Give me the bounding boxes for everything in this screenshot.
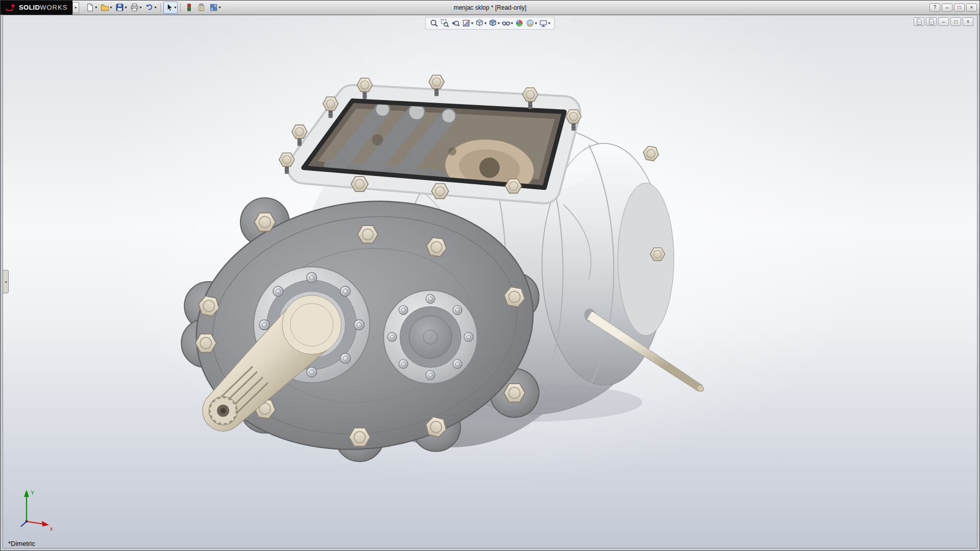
section-view-icon bbox=[462, 19, 471, 28]
section-view-button[interactable]: ▾ bbox=[461, 18, 474, 28]
document-restore-button[interactable]: □ bbox=[950, 17, 961, 26]
undo-button[interactable]: ▾ bbox=[143, 2, 158, 14]
view-settings-button[interactable]: ▾ bbox=[538, 18, 551, 28]
window-title: menjac sklop * [Read-only] bbox=[454, 4, 527, 11]
open-folder-icon bbox=[101, 3, 109, 12]
toolbar-separator bbox=[160, 3, 161, 12]
zoom-to-area-button[interactable] bbox=[440, 18, 450, 28]
red-green-stack-icon bbox=[185, 3, 193, 12]
view-settings-icon bbox=[539, 19, 548, 28]
save-button[interactable]: ▾ bbox=[114, 2, 128, 14]
document-window-controls: – □ × bbox=[914, 17, 973, 26]
select-arrow-icon bbox=[165, 3, 174, 12]
brand-text: SOLIDWORKS bbox=[19, 4, 67, 11]
window-controls: ? – □ × bbox=[929, 4, 979, 12]
menu-expand-button[interactable]: ▸ bbox=[72, 2, 79, 13]
gearbox-model[interactable] bbox=[3, 15, 977, 548]
edit-appearance-button[interactable] bbox=[514, 18, 524, 28]
print-button[interactable]: ▾ bbox=[129, 2, 143, 14]
triad-y-label: Y bbox=[31, 490, 35, 496]
solidworks-window: SOLIDWORKS ▸ ▾ ▾ ▾ bbox=[0, 0, 980, 551]
toolbar-separator bbox=[180, 3, 181, 12]
print-icon bbox=[130, 3, 139, 12]
display-style-button[interactable]: ▾ bbox=[488, 18, 500, 28]
close-button[interactable]: × bbox=[966, 4, 977, 12]
zoom-to-area-icon bbox=[440, 19, 449, 28]
view-orientation-label: *Dimetric bbox=[8, 540, 35, 547]
orientation-triad: Y x bbox=[10, 484, 57, 535]
edit-appearance-icon bbox=[515, 19, 524, 28]
save-icon bbox=[115, 3, 124, 12]
minimize-button[interactable]: – bbox=[942, 4, 952, 12]
clipboard-icon bbox=[197, 3, 206, 12]
options-button[interactable]: ▾ bbox=[208, 2, 222, 14]
new-document-button[interactable]: ▾ bbox=[84, 2, 99, 14]
view-orientation-button[interactable]: ▾ bbox=[475, 18, 487, 28]
zoom-to-fit-button[interactable] bbox=[429, 18, 439, 28]
pane-right-button[interactable] bbox=[926, 17, 937, 26]
document-minimize-button[interactable]: – bbox=[938, 17, 949, 26]
pane-left-button[interactable] bbox=[914, 17, 924, 26]
ds-logo-icon bbox=[5, 4, 16, 12]
hide-show-items-button[interactable]: ▾ bbox=[501, 18, 513, 28]
output-boss[interactable] bbox=[383, 290, 477, 384]
triad-x-label: x bbox=[50, 525, 53, 532]
hide-show-items-icon bbox=[502, 19, 510, 28]
select-tool-button[interactable]: ▾ bbox=[163, 2, 178, 14]
open-button[interactable]: ▾ bbox=[99, 2, 113, 14]
grid-options-icon bbox=[209, 3, 218, 12]
display-style-icon bbox=[488, 19, 497, 28]
help-button[interactable]: ? bbox=[929, 4, 940, 12]
apply-scene-icon bbox=[526, 19, 534, 28]
page-icon bbox=[928, 18, 934, 25]
clipboard-button[interactable] bbox=[195, 2, 207, 14]
zoom-to-fit-icon bbox=[430, 19, 438, 28]
undo-icon bbox=[145, 3, 154, 12]
titlebar: SOLIDWORKS ▸ ▾ ▾ ▾ bbox=[1, 1, 979, 15]
view-orientation-icon bbox=[475, 19, 484, 28]
top-cover-opening[interactable] bbox=[304, 101, 565, 201]
page-icon bbox=[916, 18, 922, 25]
maximize-button[interactable]: □ bbox=[954, 4, 965, 12]
document-close-button[interactable]: × bbox=[963, 17, 973, 26]
new-document-icon bbox=[86, 3, 94, 12]
previous-view-button[interactable] bbox=[451, 18, 460, 28]
indicator-button[interactable] bbox=[183, 2, 195, 14]
solidworks-menu[interactable]: SOLIDWORKS bbox=[1, 1, 72, 15]
headsup-view-toolbar: ▾ ▾ ▾ ▾ bbox=[425, 17, 555, 30]
panel-collapse-handle[interactable]: ◂ bbox=[3, 270, 9, 293]
apply-scene-button[interactable]: ▾ bbox=[525, 18, 537, 28]
graphics-area[interactable]: ▾ ▾ ▾ ▾ bbox=[3, 15, 977, 548]
previous-view-icon bbox=[451, 19, 460, 28]
main-toolbar: ▾ ▾ ▾ ▾ bbox=[82, 2, 222, 14]
